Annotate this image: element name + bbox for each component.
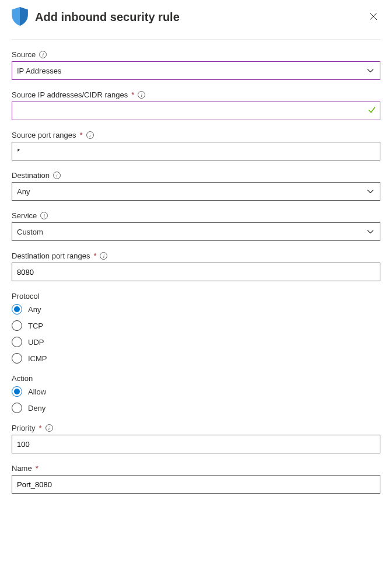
- shield-icon: [12, 7, 28, 27]
- radio-icon: [12, 353, 22, 364]
- action-option-deny[interactable]: Deny: [12, 403, 380, 413]
- field-protocol: Protocol Any TCP UDP ICMP: [12, 292, 380, 364]
- field-action: Action Allow Deny: [12, 374, 380, 413]
- info-icon[interactable]: i: [39, 51, 47, 58]
- close-button[interactable]: [369, 12, 378, 21]
- destination-select[interactable]: Any: [12, 182, 380, 201]
- protocol-option-icmp[interactable]: ICMP: [12, 353, 380, 364]
- label-text-destination: Destination: [12, 171, 50, 180]
- field-priority: Priority * i: [12, 424, 380, 453]
- page-title: Add inbound security rule: [35, 11, 180, 24]
- source-port-input[interactable]: [12, 142, 380, 160]
- radio-icon: [12, 337, 22, 347]
- label-name: Name *: [12, 464, 380, 473]
- form-body: Source i IP Addresses Source IP addresse…: [0, 50, 392, 494]
- chevron-down-icon: [367, 228, 374, 236]
- source-ip-input[interactable]: [12, 102, 380, 120]
- radio-icon: [12, 320, 22, 331]
- label-source-ip: Source IP addresses/CIDR ranges * i: [12, 90, 380, 99]
- label-dest-port: Destination port ranges * i: [12, 251, 380, 260]
- required-marker: *: [36, 464, 38, 473]
- label-text-source-port: Source port ranges: [12, 131, 76, 139]
- label-text-dest-port: Destination port ranges: [12, 251, 90, 260]
- service-select[interactable]: Custom: [12, 222, 380, 241]
- protocol-radio-group: Any TCP UDP ICMP: [12, 304, 380, 364]
- label-text-source-ip: Source IP addresses/CIDR ranges: [12, 90, 128, 99]
- label-text-priority: Priority: [12, 424, 35, 432]
- check-icon: [368, 106, 376, 116]
- field-dest-port: Destination port ranges * i: [12, 251, 380, 281]
- info-icon[interactable]: i: [40, 212, 48, 219]
- header-divider: [12, 39, 380, 40]
- field-source-ip: Source IP addresses/CIDR ranges * i: [12, 90, 380, 120]
- protocol-option-udp[interactable]: UDP: [12, 337, 380, 347]
- radio-icon: [12, 386, 22, 397]
- radio-label-icmp: ICMP: [28, 354, 47, 363]
- source-select[interactable]: IP Addresses: [12, 61, 380, 80]
- radio-label-tcp: TCP: [28, 322, 43, 330]
- label-priority: Priority * i: [12, 424, 380, 432]
- protocol-option-any[interactable]: Any: [12, 304, 380, 315]
- label-text-protocol: Protocol: [12, 292, 40, 301]
- info-icon[interactable]: i: [138, 91, 145, 99]
- required-marker: *: [38, 424, 41, 432]
- radio-icon: [12, 403, 22, 413]
- label-protocol: Protocol: [12, 292, 380, 301]
- label-source-port: Source port ranges * i: [12, 131, 380, 139]
- label-text-source: Source: [12, 50, 36, 59]
- source-ip-input-wrap: [12, 102, 380, 120]
- action-radio-group: Allow Deny: [12, 386, 380, 413]
- label-source: Source i: [12, 50, 380, 59]
- action-option-allow[interactable]: Allow: [12, 386, 380, 397]
- field-source: Source i IP Addresses: [12, 50, 380, 80]
- chevron-down-icon: [367, 67, 374, 75]
- protocol-option-tcp[interactable]: TCP: [12, 320, 380, 331]
- source-select-value: IP Addresses: [17, 67, 361, 75]
- field-source-port: Source port ranges * i: [12, 131, 380, 160]
- dest-port-input[interactable]: [12, 263, 380, 281]
- destination-select-value: Any: [17, 187, 361, 196]
- radio-icon: [12, 304, 22, 315]
- required-marker: *: [93, 251, 96, 260]
- radio-label-any: Any: [28, 305, 41, 314]
- radio-label-allow: Allow: [28, 387, 46, 396]
- required-marker: *: [80, 131, 83, 139]
- label-text-action: Action: [12, 374, 33, 383]
- priority-input[interactable]: [12, 435, 380, 453]
- close-icon: [369, 12, 377, 20]
- chevron-down-icon: [367, 187, 374, 196]
- info-icon[interactable]: i: [100, 252, 107, 260]
- required-marker: *: [131, 90, 134, 99]
- name-input[interactable]: [12, 475, 380, 494]
- field-destination: Destination i Any: [12, 171, 380, 201]
- field-name: Name *: [12, 464, 380, 494]
- info-icon[interactable]: i: [86, 131, 94, 139]
- label-destination: Destination i: [12, 171, 380, 180]
- info-icon[interactable]: i: [53, 172, 61, 179]
- service-select-value: Custom: [17, 228, 361, 236]
- info-icon[interactable]: i: [46, 424, 53, 432]
- field-service: Service i Custom: [12, 211, 380, 241]
- label-text-service: Service: [12, 211, 37, 220]
- label-service: Service i: [12, 211, 380, 220]
- radio-label-deny: Deny: [28, 404, 46, 413]
- label-action: Action: [12, 374, 380, 383]
- panel-header: Add inbound security rule: [0, 0, 392, 39]
- radio-label-udp: UDP: [28, 338, 44, 347]
- label-text-name: Name: [12, 464, 32, 473]
